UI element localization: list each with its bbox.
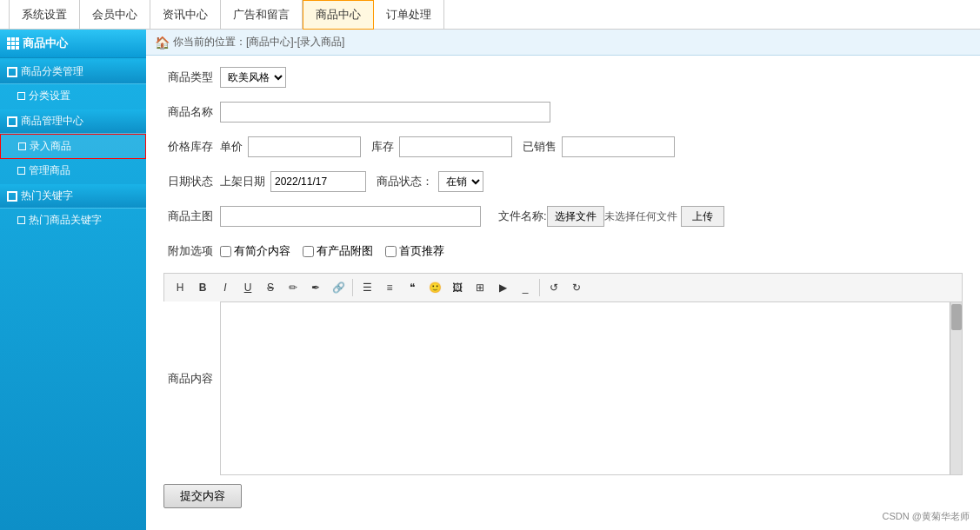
sidebar-section-keywords: 热门关键字 <box>0 184 146 209</box>
toolbar-quote[interactable]: ❝ <box>402 277 423 298</box>
submit-row: 提交内容 <box>163 484 963 508</box>
editor-toolbar: H B I U S ✏ ✒ 🔗 ☰ ≡ ❝ 🙂 🖼 ⊞ ▶ _ ↺ ↻ <box>163 273 963 301</box>
extra-label: 附加选项 <box>163 243 220 259</box>
toolbar-code[interactable]: _ <box>515 277 536 298</box>
toolbar-underline[interactable]: U <box>237 277 258 298</box>
nav-item-news[interactable]: 资讯中心 <box>150 0 221 30</box>
date-label: 日期状态 <box>163 174 220 189</box>
toolbar-list2[interactable]: ≡ <box>379 277 400 298</box>
product-form: 商品类型 欧美风格 日韩风格 国内风格 商品名称 价格库存 单价 库存 已销售 <box>146 56 980 517</box>
date-status-row: 日期状态 上架日期 商品状态： 在销 下架 <box>163 169 963 195</box>
toolbar-redo[interactable]: ↻ <box>566 277 587 298</box>
sold-input[interactable] <box>562 136 675 157</box>
toolbar-divider-1 <box>352 279 353 296</box>
breadcrumb: 🏠 你当前的位置：[商品中心]-[录入商品] <box>146 30 980 56</box>
top-navigation: 系统设置 会员中心 资讯中心 广告和留言 商品中心 订单处理 <box>0 0 980 30</box>
toolbar-pen[interactable]: ✒ <box>305 277 326 298</box>
image-label: 商品主图 <box>163 209 220 224</box>
sidebar-item-add-product[interactable]: 录入商品 <box>0 134 146 159</box>
toolbar-table[interactable]: ⊞ <box>470 277 490 298</box>
item-icon <box>17 92 25 100</box>
product-type-label: 商品类型 <box>163 70 220 85</box>
section-icon <box>7 67 17 77</box>
toolbar-link[interactable]: 🔗 <box>328 277 349 298</box>
upload-button[interactable]: 上传 <box>681 206 724 227</box>
choose-file-button[interactable]: 选择文件 <box>547 206 604 227</box>
toolbar-heading[interactable]: H <box>170 277 190 298</box>
nav-item-ads[interactable]: 广告和留言 <box>221 0 303 30</box>
sidebar-section-category: 商品分类管理 <box>0 60 146 84</box>
footer-credit: CSDN @黄菊华老师 <box>883 510 970 523</box>
image-path-input[interactable] <box>220 206 481 227</box>
editor-area[interactable] <box>220 301 963 475</box>
toolbar-italic[interactable]: I <box>215 277 236 298</box>
stock-sub-label: 库存 <box>371 139 394 155</box>
item-icon <box>17 167 25 175</box>
file-name-label: 文件名称: <box>498 209 547 224</box>
product-name-label: 商品名称 <box>163 104 220 120</box>
featured-checkbox[interactable] <box>385 246 397 257</box>
section-icon <box>7 191 17 202</box>
date-sub-label: 上架日期 <box>220 174 265 189</box>
stock-input[interactable] <box>399 136 512 157</box>
sidebar-title: 商品中心 <box>0 30 146 58</box>
item-icon <box>18 142 26 150</box>
sidebar-item-category-setting[interactable]: 分类设置 <box>0 84 146 108</box>
intro-checkbox[interactable] <box>220 246 231 257</box>
product-type-select[interactable]: 欧美风格 日韩风格 国内风格 <box>220 67 286 88</box>
sidebar-section-products: 商品管理中心 <box>0 109 146 134</box>
toolbar-image[interactable]: 🖼 <box>447 277 468 298</box>
price-sub-label: 单价 <box>220 139 243 155</box>
price-stock-row: 价格库存 单价 库存 已销售 <box>163 134 963 160</box>
nav-item-member[interactable]: 会员中心 <box>80 0 150 30</box>
content-textarea[interactable] <box>221 302 962 474</box>
extra-options: 有简介内容 有产品附图 首页推荐 <box>220 243 444 259</box>
status-sub-label: 商品状态： <box>377 174 433 189</box>
content-label: 商品内容 <box>163 301 220 475</box>
option-images[interactable]: 有产品附图 <box>303 243 373 259</box>
submit-button[interactable]: 提交内容 <box>163 484 242 508</box>
main-content: 🏠 你当前的位置：[商品中心]-[录入商品] 商品类型 欧美风格 日韩风格 国内… <box>146 30 980 530</box>
grid-icon <box>7 37 19 50</box>
no-file-text: 未选择任何文件 <box>604 209 677 224</box>
image-row: 商品主图 文件名称: 选择文件 未选择任何文件 上传 <box>163 203 963 229</box>
extra-options-row: 附加选项 有简介内容 有产品附图 首页推荐 <box>163 238 963 264</box>
nav-item-orders[interactable]: 订单处理 <box>374 0 444 30</box>
toolbar-list1[interactable]: ☰ <box>357 277 377 298</box>
scrollbar-thumb <box>951 304 962 330</box>
editor-scrollbar[interactable] <box>950 302 962 474</box>
nav-item-system[interactable]: 系统设置 <box>9 0 80 30</box>
toolbar-emoji[interactable]: 🙂 <box>424 277 445 298</box>
status-select[interactable]: 在销 下架 <box>438 171 483 192</box>
section-icon <box>7 116 17 127</box>
price-label: 价格库存 <box>163 139 220 155</box>
sold-sub-label: 已销售 <box>523 139 557 155</box>
toolbar-video[interactable]: ▶ <box>492 277 513 298</box>
images-checkbox[interactable] <box>303 246 314 257</box>
nav-item-products[interactable]: 商品中心 <box>303 0 374 30</box>
home-icon: 🏠 <box>155 36 170 50</box>
content-editor-row: 商品内容 <box>163 301 963 475</box>
editor-wrapper <box>220 301 963 475</box>
item-icon <box>17 216 25 224</box>
product-name-row: 商品名称 <box>163 99 963 125</box>
product-name-input[interactable] <box>220 102 550 123</box>
toolbar-strikethrough[interactable]: S <box>260 277 281 298</box>
sidebar-item-manage-product[interactable]: 管理商品 <box>0 159 146 182</box>
sidebar-item-hot-keywords[interactable]: 热门商品关键字 <box>0 209 146 232</box>
option-featured[interactable]: 首页推荐 <box>385 243 444 259</box>
product-type-row: 商品类型 欧美风格 日韩风格 国内风格 <box>163 64 963 90</box>
price-input[interactable] <box>248 136 361 157</box>
toolbar-divider-2 <box>539 279 540 296</box>
toolbar-undo[interactable]: ↺ <box>543 277 564 298</box>
sidebar: 商品中心 商品分类管理 分类设置 商品管理中心 录入商品 管理商品 热门关键字 <box>0 30 146 530</box>
toolbar-pencil[interactable]: ✏ <box>283 277 303 298</box>
date-input[interactable] <box>270 171 366 192</box>
option-intro[interactable]: 有简介内容 <box>220 243 290 259</box>
toolbar-bold[interactable]: B <box>192 277 213 298</box>
